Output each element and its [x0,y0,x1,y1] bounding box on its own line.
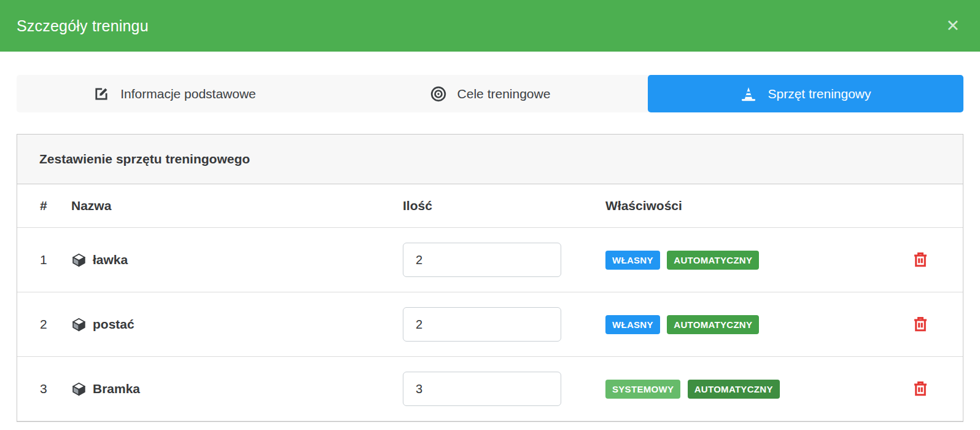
tab-bar: Informacje podstawowe Cele treningowe [17,75,963,112]
property-badge: AUTOMATYCZNY [667,315,759,334]
quantity-input[interactable] [403,243,561,277]
equipment-name: Bramka [93,381,140,396]
cube-icon [71,381,87,397]
property-badge: AUTOMATYCZNY [688,380,780,399]
column-header-properties: Właściwości [605,184,883,228]
traffic-cone-icon [740,85,757,103]
cube-icon [71,317,87,332]
column-header-index: # [17,184,71,228]
tab-cele-treningowe[interactable]: Cele treningowe [332,75,648,112]
modal-header: Szczegóły treningu ✕ [0,0,980,52]
property-badge: AUTOMATYCZNY [667,251,759,270]
trash-icon [911,261,930,270]
edit-square-icon [93,85,110,103]
trash-icon [911,326,930,335]
delete-button[interactable] [910,378,931,399]
card-title: Zestawienie sprzętu treningowego [17,135,963,184]
row-index: 2 [17,292,71,357]
tab-label: Informacje podstawowe [120,87,256,101]
property-badge: WŁASNY [605,315,660,334]
target-icon [430,85,447,103]
cube-icon [71,252,87,268]
trash-icon [911,390,930,399]
column-header-actions [883,184,963,228]
equipment-name: postać [93,317,134,332]
quantity-input[interactable] [403,372,561,406]
tab-label: Cele treningowe [457,87,551,101]
table-row: 3 Bramka [17,357,963,421]
tab-sprzet-treningowy[interactable]: Sprzęt treningowy [648,75,963,112]
tab-informacje-podstawowe[interactable]: Informacje podstawowe [17,75,332,112]
table-row: 2 postać [17,292,963,357]
delete-button[interactable] [910,249,931,270]
modal-title: Szczegóły treningu [17,17,149,35]
row-index: 3 [17,357,71,421]
row-index: 1 [17,228,71,292]
delete-button[interactable] [910,313,931,334]
equipment-table: # Nazwa Ilość Właściwości 1 [17,184,963,421]
table-header-row: # Nazwa Ilość Właściwości [17,184,963,228]
equipment-name: ławka [93,252,128,267]
table-row: 1 ławka [17,228,963,292]
property-badge: WŁASNY [605,251,660,270]
quantity-input[interactable] [403,307,561,342]
column-header-name: Nazwa [71,184,403,228]
equipment-card: Zestawienie sprzętu treningowego # Nazwa… [17,134,963,422]
property-badge: SYSTEMOWY [605,380,680,399]
tab-label: Sprzęt treningowy [768,87,871,101]
column-header-quantity: Ilość [403,184,605,228]
close-icon[interactable]: ✕ [942,15,963,37]
